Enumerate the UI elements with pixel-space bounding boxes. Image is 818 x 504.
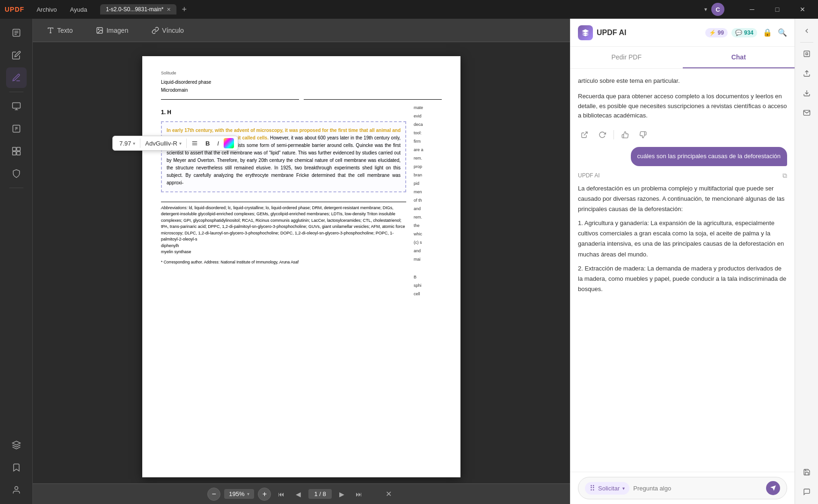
sidebar-item-bookmark[interactable]: [6, 457, 27, 478]
pdf-main-column: 1. H In early 17th century, with the adv…: [161, 103, 406, 298]
toolbar-link-label: Vínculo: [162, 27, 184, 34]
snippet-12: of th: [414, 196, 442, 205]
ai-response-section: UPDF AI ⧉ La deforestación es un problem…: [578, 172, 787, 294]
nav-last-page-button[interactable]: ⏭: [352, 488, 365, 501]
snippet-8: prop: [414, 162, 442, 171]
toolbar-image[interactable]: Imagen: [91, 24, 133, 37]
snippet-20: B: [414, 273, 442, 281]
text-color-button[interactable]: [224, 138, 234, 148]
maximize-button[interactable]: □: [767, 2, 788, 17]
pdf-page[interactable]: Solitude Liquid-disordered phase Microdo…: [142, 56, 460, 477]
tab-chat[interactable]: Chat: [683, 47, 795, 68]
rs-icon-collapse[interactable]: [798, 22, 815, 39]
new-tab-button[interactable]: +: [182, 5, 187, 15]
menu-ayuda[interactable]: Ayuda: [65, 4, 92, 15]
nav-prev-page-button[interactable]: ◀: [292, 488, 305, 501]
page-current[interactable]: 1: [314, 490, 317, 497]
snippet-3: deca: [414, 120, 442, 129]
svg-point-20: [98, 29, 99, 29]
pdf-viewer[interactable]: 7.97 ▾ AdvGulliv-R ▾ B I Solitud: [33, 42, 570, 483]
sidebar-item-annotate[interactable]: [6, 67, 27, 88]
sidebar-item-organize[interactable]: [6, 141, 27, 161]
thumbs-down-icon[interactable]: [636, 128, 650, 141]
svg-marker-15: [12, 441, 20, 445]
close-bar-button[interactable]: ✕: [382, 488, 395, 501]
rs-icon-comments[interactable]: [798, 483, 815, 500]
refresh-icon[interactable]: [596, 128, 609, 141]
sidebar-item-layers[interactable]: [6, 435, 27, 455]
sidebar-item-protect[interactable]: [6, 163, 27, 184]
ai-response-point-2: 2. Extracción de madera: La demanda de m…: [578, 263, 787, 294]
font-size-control[interactable]: 7.97 ▾: [117, 139, 138, 148]
nav-next-page-button[interactable]: ▶: [336, 488, 349, 501]
ai-response-header: UPDF AI ⧉: [578, 172, 787, 180]
sidebar-item-document[interactable]: [6, 22, 27, 43]
font-size-dropdown-icon[interactable]: ▾: [133, 141, 135, 146]
toolbar-text[interactable]: Texto: [42, 24, 77, 37]
titlebar-window-controls: ▾ C: [701, 3, 724, 16]
toolbar-separator-2: [186, 139, 187, 148]
minimize-button[interactable]: ─: [741, 2, 763, 17]
ai-credit-badge[interactable]: ⚡ 99: [705, 28, 728, 37]
zoom-out-button[interactable]: −: [207, 488, 220, 501]
font-family-dropdown-icon[interactable]: ▾: [179, 141, 182, 146]
sidebar-item-signature[interactable]: [6, 480, 27, 500]
rs-icon-export[interactable]: [798, 65, 815, 82]
page-header-solitude: Solitude: [161, 70, 442, 77]
font-family-control[interactable]: AdvGulliv-R ▾: [142, 139, 184, 148]
rs-icon-ocr[interactable]: [798, 45, 815, 62]
nav-first-page-button[interactable]: ⏮: [275, 488, 288, 501]
rs-divider-1: [800, 42, 813, 43]
sidebar-divider-2: [9, 188, 23, 188]
snippet-4: tool:: [414, 129, 442, 137]
thumbs-up-icon[interactable]: [619, 128, 632, 141]
solicitar-button[interactable]: ⠿ Solicitar ▾: [585, 482, 629, 495]
ai-lock-icon[interactable]: 🔒: [763, 28, 772, 37]
snippet-2: evid: [414, 112, 442, 120]
dropdown-arrow-icon[interactable]: ▾: [701, 5, 710, 14]
ai-response-intro-text: La deforestación es un problema complejo…: [578, 183, 787, 214]
snippet-15: the: [414, 221, 442, 230]
zoom-level-display[interactable]: 195% ▾: [224, 489, 254, 499]
ai-search-icon[interactable]: 🔍: [778, 28, 787, 37]
snippet-17: (c) s: [414, 238, 442, 247]
page-indicator: 1 / 8: [308, 489, 331, 499]
ai-input-area: ⠿ Solicitar ▾: [570, 472, 795, 504]
italic-button[interactable]: I: [214, 139, 222, 148]
active-tab[interactable]: 1-s2.0-S0...9831-main* ✕: [100, 4, 176, 15]
menu-archivo[interactable]: Archivo: [32, 4, 61, 15]
pdf-toolbar: Texto Imagen Vínculo: [33, 19, 570, 42]
font-family-value: AdvGulliv-R: [145, 140, 177, 147]
copy-icon[interactable]: ⧉: [782, 172, 787, 180]
text-align-control[interactable]: [189, 139, 201, 148]
sidebar-item-edit[interactable]: [6, 45, 27, 66]
svg-rect-14: [16, 152, 20, 155]
text-edit-toolbar: 7.97 ▾ AdvGulliv-R ▾ B I: [112, 136, 238, 151]
text-selection-block[interactable]: In early 17th century, with the advent o…: [161, 121, 406, 192]
tab-close-button[interactable]: ✕: [167, 7, 171, 13]
user-avatar[interactable]: C: [711, 3, 724, 16]
ai-chat-badge[interactable]: 💬 934: [731, 28, 757, 37]
left-sidebar: [0, 19, 33, 504]
zoom-dropdown-icon[interactable]: ▾: [247, 491, 249, 497]
snippet-9: bran: [414, 171, 442, 179]
page-header-liquid-disordered: Liquid-disordered phase: [161, 79, 442, 86]
rs-icon-mail[interactable]: [798, 104, 815, 121]
toolbar-link[interactable]: Vínculo: [147, 24, 189, 37]
close-button[interactable]: ✕: [792, 2, 813, 17]
sidebar-item-forms[interactable]: [6, 118, 27, 139]
sidebar-item-view[interactable]: [6, 96, 27, 117]
ai-question-input[interactable]: [633, 485, 762, 492]
rs-icon-save[interactable]: [798, 464, 815, 481]
chat-icon: 💬: [735, 29, 742, 36]
tab-pedir-pdf[interactable]: Pedir PDF: [570, 47, 683, 68]
header-lines: [161, 96, 442, 100]
ai-input-row: ⠿ Solicitar ▾: [578, 477, 787, 499]
bold-button[interactable]: B: [203, 139, 212, 148]
snippet-7: rem.: [414, 154, 442, 162]
ai-send-button[interactable]: [766, 481, 780, 495]
rs-icon-download[interactable]: [798, 85, 815, 102]
external-link-icon[interactable]: [578, 128, 591, 141]
ai-chat-area[interactable]: artículo sobre este tema en particular. …: [570, 69, 795, 472]
zoom-in-button[interactable]: +: [258, 488, 271, 501]
